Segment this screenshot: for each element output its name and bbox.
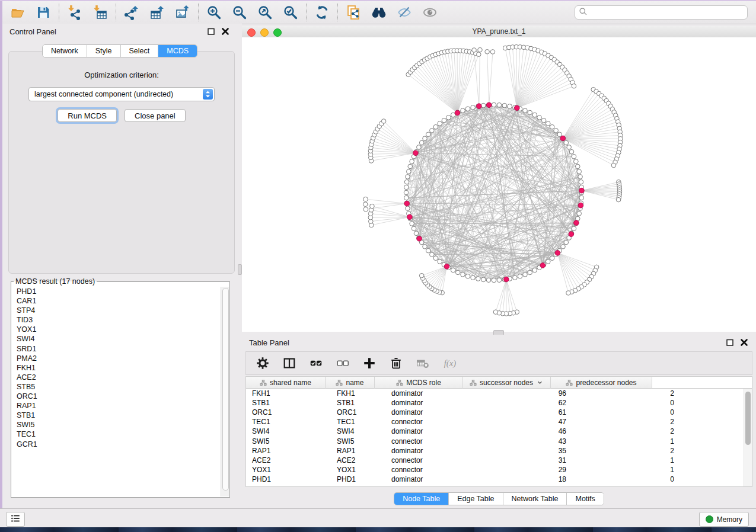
cell-name[interactable]: STB1 bbox=[331, 399, 385, 407]
cell-successor-nodes[interactable]: 47 bbox=[479, 418, 573, 426]
cell-mcds-role[interactable]: connector bbox=[385, 437, 479, 446]
cell-successor-nodes[interactable]: 96 bbox=[479, 389, 573, 398]
close-panel-icon[interactable] bbox=[221, 27, 230, 36]
cell-successor-nodes[interactable]: 43 bbox=[479, 437, 573, 446]
column-header-predecessor-nodes[interactable]: predecessor nodes bbox=[551, 377, 652, 389]
mcds-result-item[interactable]: SWI4 bbox=[17, 334, 221, 344]
cell-shared-name[interactable]: STB1 bbox=[246, 399, 331, 407]
deselect-all-rows-icon[interactable] bbox=[336, 356, 350, 370]
window-close-button[interactable] bbox=[247, 28, 256, 37]
mcds-result-item[interactable]: PMA2 bbox=[17, 354, 221, 363]
cell-shared-name[interactable]: PHD1 bbox=[246, 475, 331, 483]
column-header-shared-name[interactable]: shared name bbox=[246, 377, 326, 389]
cell-mcds-role[interactable]: connector bbox=[385, 456, 479, 464]
export-network-icon[interactable] bbox=[124, 5, 139, 20]
cell-successor-nodes[interactable]: 46 bbox=[479, 427, 573, 435]
import-table-from-file-icon[interactable] bbox=[92, 5, 108, 20]
tab-network[interactable]: Network bbox=[43, 45, 87, 57]
table-row[interactable]: RAP1RAP1dominator352 bbox=[246, 446, 752, 456]
cell-successor-nodes[interactable]: 61 bbox=[479, 408, 573, 416]
table-row[interactable]: PHD1PHD1dominator180 bbox=[246, 475, 752, 484]
cell-name[interactable]: FKH1 bbox=[331, 389, 385, 398]
show-all-icon[interactable] bbox=[422, 5, 438, 20]
mcds-result-item[interactable]: FKH1 bbox=[17, 363, 221, 373]
cell-predecessor-nodes[interactable]: 1 bbox=[573, 456, 688, 464]
cell-successor-nodes[interactable]: 29 bbox=[479, 466, 573, 474]
cell-name[interactable]: TEC1 bbox=[331, 418, 385, 426]
cell-mcds-role[interactable]: dominator bbox=[385, 427, 479, 435]
cell-shared-name[interactable]: ORC1 bbox=[246, 408, 331, 416]
cell-name[interactable]: ACE2 bbox=[331, 456, 385, 464]
cell-predecessor-nodes[interactable]: 0 bbox=[573, 399, 688, 407]
cell-predecessor-nodes[interactable]: 2 bbox=[573, 389, 688, 398]
tab-network-table[interactable]: Network Table bbox=[503, 493, 567, 505]
cell-shared-name[interactable]: ACE2 bbox=[246, 456, 331, 464]
table-row[interactable]: ORC1ORC1dominator610 bbox=[246, 408, 752, 417]
table-row[interactable]: SWI4SWI4dominator462 bbox=[246, 427, 752, 436]
cell-mcds-role[interactable]: dominator bbox=[385, 408, 479, 416]
mcds-result-item[interactable]: TID3 bbox=[17, 315, 221, 325]
cell-shared-name[interactable]: FKH1 bbox=[246, 389, 331, 398]
table-row[interactable]: YOX1YOX1connector291 bbox=[246, 465, 752, 475]
table-row[interactable]: STB1STB1dominator620 bbox=[246, 398, 752, 408]
add-column-icon[interactable] bbox=[362, 356, 377, 370]
table-row[interactable]: SWI5SWI5connector431 bbox=[246, 436, 752, 446]
table-scrollbar[interactable] bbox=[744, 389, 752, 486]
network-canvas[interactable] bbox=[242, 37, 756, 332]
cell-successor-nodes[interactable]: 31 bbox=[479, 456, 573, 464]
table-settings-icon[interactable] bbox=[256, 356, 270, 370]
mcds-result-item[interactable]: CAR1 bbox=[17, 296, 221, 306]
cell-mcds-role[interactable]: dominator bbox=[385, 399, 479, 407]
cell-name[interactable]: YOX1 bbox=[331, 466, 385, 474]
cell-successor-nodes[interactable]: 18 bbox=[479, 475, 573, 483]
vertical-splitter[interactable] bbox=[237, 24, 242, 508]
export-table-icon[interactable] bbox=[149, 5, 165, 20]
tab-select[interactable]: Select bbox=[121, 45, 159, 57]
close-panel-button[interactable]: Close panel bbox=[125, 109, 186, 122]
mcds-result-item[interactable]: STB1 bbox=[17, 411, 221, 420]
new-network-from-selection-icon[interactable] bbox=[346, 5, 361, 20]
cell-shared-name[interactable]: RAP1 bbox=[246, 447, 331, 455]
table-row[interactable]: TEC1TEC1connector472 bbox=[246, 417, 752, 427]
close-table-panel-icon[interactable] bbox=[739, 338, 749, 347]
mcds-result-item[interactable]: ORC1 bbox=[17, 392, 221, 401]
mcds-result-item[interactable]: STP4 bbox=[17, 306, 221, 315]
tab-style[interactable]: Style bbox=[87, 45, 121, 57]
column-header-MCDS-role[interactable]: MCDS role bbox=[375, 377, 463, 389]
delete-table-icon[interactable] bbox=[416, 356, 430, 370]
hide-selected-icon[interactable] bbox=[397, 5, 412, 20]
tab-node-table[interactable]: Node Table bbox=[394, 493, 449, 505]
criterion-select[interactable]: largest connected component (undirected) bbox=[28, 87, 215, 101]
window-maximize-button[interactable] bbox=[273, 28, 282, 37]
split-view-icon[interactable] bbox=[282, 356, 296, 370]
column-header-name[interactable]: name bbox=[326, 377, 375, 389]
delete-column-icon[interactable] bbox=[389, 356, 403, 370]
cell-name[interactable]: ORC1 bbox=[331, 408, 385, 416]
search-field[interactable] bbox=[575, 5, 748, 20]
mcds-result-item[interactable]: SRD1 bbox=[17, 344, 221, 354]
save-session-icon[interactable] bbox=[36, 5, 51, 20]
apply-function-icon[interactable]: f(x) bbox=[442, 356, 457, 370]
cell-mcds-role[interactable]: connector bbox=[385, 466, 479, 474]
cell-predecessor-nodes[interactable]: 1 bbox=[573, 466, 688, 474]
tab-mcds[interactable]: MCDS bbox=[158, 45, 197, 57]
float-table-panel-icon[interactable] bbox=[725, 338, 735, 347]
cell-successor-nodes[interactable]: 35 bbox=[479, 447, 573, 455]
mcds-result-item[interactable]: TEC1 bbox=[17, 430, 221, 439]
cell-shared-name[interactable]: YOX1 bbox=[246, 466, 331, 474]
cell-name[interactable]: RAP1 bbox=[331, 447, 385, 455]
cell-mcds-role[interactable]: dominator bbox=[385, 389, 479, 398]
memory-button[interactable]: Memory bbox=[699, 512, 749, 527]
column-header-successor-nodes[interactable]: successor nodes bbox=[463, 377, 551, 389]
mcds-result-item[interactable]: PHD1 bbox=[17, 287, 221, 296]
show-panels-button[interactable] bbox=[6, 512, 25, 527]
zoom-selected-icon[interactable] bbox=[283, 5, 298, 20]
cell-name[interactable]: SWI5 bbox=[331, 437, 385, 446]
cell-shared-name[interactable]: TEC1 bbox=[246, 418, 331, 426]
cell-predecessor-nodes[interactable]: 2 bbox=[573, 427, 688, 435]
zoom-out-icon[interactable] bbox=[232, 5, 247, 20]
first-neighbors-icon[interactable] bbox=[371, 5, 387, 20]
zoom-fit-icon[interactable] bbox=[257, 5, 273, 20]
mcds-list-scrollbar[interactable] bbox=[221, 287, 229, 496]
cell-name[interactable]: SWI4 bbox=[331, 427, 385, 435]
